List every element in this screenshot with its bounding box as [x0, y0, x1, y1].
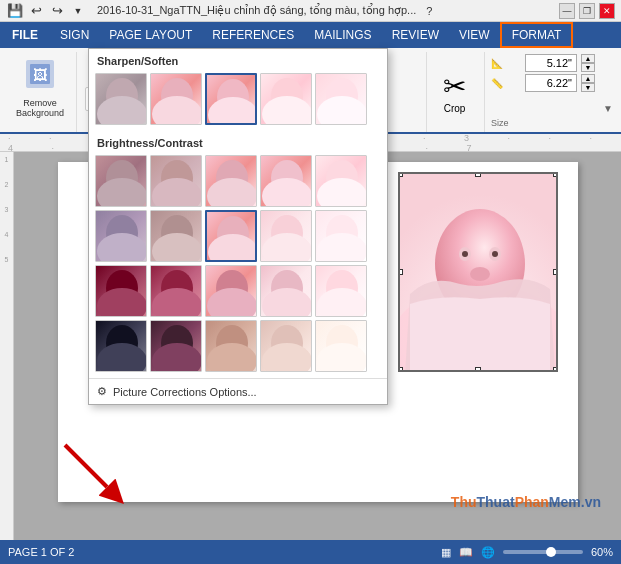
view-web-icon[interactable]: 🌐	[481, 546, 495, 559]
size-width-row: 📐 ▲ ▼	[491, 54, 595, 72]
brightness-thumb-14[interactable]	[260, 265, 312, 317]
selected-image[interactable]	[398, 172, 558, 372]
svg-point-18	[262, 96, 312, 125]
window-controls: — ❐ ✕	[559, 3, 615, 19]
handle-bl[interactable]	[398, 367, 403, 372]
size-width-input[interactable]	[525, 54, 577, 72]
svg-point-26	[207, 178, 257, 207]
brightness-thumb-19[interactable]	[260, 320, 312, 372]
menu-pagelayout[interactable]: PAGE LAYOUT	[99, 22, 202, 48]
brightness-thumb-13[interactable]	[205, 265, 257, 317]
brightness-thumb-8[interactable]	[205, 210, 257, 262]
view-normal-icon[interactable]: ▦	[441, 546, 451, 559]
brightness-thumb-2[interactable]	[150, 155, 202, 207]
brightness-thumb-9[interactable]	[260, 210, 312, 262]
brightness-thumb-20[interactable]	[315, 320, 367, 372]
menu-mailings[interactable]: MAILINGS	[304, 22, 381, 48]
svg-point-12	[97, 96, 147, 125]
handle-bm[interactable]	[475, 367, 481, 372]
brightness-thumb-4[interactable]	[260, 155, 312, 207]
width-up[interactable]: ▲	[581, 54, 595, 63]
svg-point-60	[317, 343, 367, 372]
width-down[interactable]: ▼	[581, 63, 595, 72]
undo-icon[interactable]: ↩	[27, 2, 45, 20]
svg-text:🖼: 🖼	[33, 67, 47, 83]
brightness-thumb-15[interactable]	[315, 265, 367, 317]
size-width-label: 📐	[491, 58, 521, 69]
handle-tl[interactable]	[398, 172, 403, 177]
menu-bar: FILE SIGN PAGE LAYOUT REFERENCES MAILING…	[0, 22, 621, 48]
height-down[interactable]: ▼	[581, 83, 595, 92]
menu-view[interactable]: VIEW	[449, 22, 500, 48]
sharpen-title: Sharpen/Soften	[89, 49, 387, 71]
sharpen-thumb-4[interactable]	[260, 73, 312, 125]
brightness-thumb-3[interactable]	[205, 155, 257, 207]
width-spin: ▲ ▼	[581, 54, 595, 72]
maximize-button[interactable]: ❐	[579, 3, 595, 19]
help-icon[interactable]: ?	[426, 5, 432, 17]
menu-file[interactable]: FILE	[0, 22, 50, 48]
menu-references[interactable]: REFERENCES	[202, 22, 304, 48]
sharpen-thumb-2[interactable]	[150, 73, 202, 125]
menu-sign[interactable]: SIGN	[50, 22, 99, 48]
handle-tr[interactable]	[553, 172, 558, 177]
svg-point-9	[492, 251, 498, 257]
save-icon[interactable]: 💾	[6, 2, 24, 20]
zoom-slider[interactable]	[503, 550, 583, 554]
status-bar: PAGE 1 OF 2 ▦ 📖 🌐 60%	[0, 540, 621, 564]
redo-icon[interactable]: ↪	[48, 2, 66, 20]
brightness-thumb-1[interactable]	[95, 155, 147, 207]
close-button[interactable]: ✕	[599, 3, 615, 19]
svg-point-14	[152, 96, 202, 125]
svg-point-20	[317, 96, 367, 125]
handle-br[interactable]	[553, 367, 558, 372]
zoom-level: 60%	[591, 546, 613, 558]
height-spin: ▲ ▼	[581, 74, 595, 92]
svg-point-16	[208, 97, 257, 125]
menu-review[interactable]: REVIEW	[382, 22, 449, 48]
picture-corrections-options[interactable]: ⚙ Picture Corrections Options...	[89, 378, 387, 404]
height-up[interactable]: ▲	[581, 74, 595, 83]
size-height-input[interactable]	[525, 74, 577, 92]
quick-access-toolbar: 💾 ↩ ↪ ▼	[6, 2, 87, 20]
brightness-thumb-16[interactable]	[95, 320, 147, 372]
svg-point-28	[262, 178, 312, 207]
svg-point-58	[262, 343, 312, 372]
handle-rm[interactable]	[553, 269, 558, 275]
svg-point-38	[262, 233, 312, 262]
sharpen-thumb-1[interactable]	[95, 73, 147, 125]
brightness-thumb-11[interactable]	[95, 265, 147, 317]
svg-point-52	[97, 343, 147, 372]
view-reading-icon[interactable]: 📖	[459, 546, 473, 559]
minimize-button[interactable]: —	[559, 3, 575, 19]
brightness-thumb-6[interactable]	[95, 210, 147, 262]
crop-button[interactable]: ✂ Crop	[435, 66, 474, 118]
handle-tm[interactable]	[475, 172, 481, 177]
brightness-thumb-7[interactable]	[150, 210, 202, 262]
brightness-thumb-17[interactable]	[150, 320, 202, 372]
corrections-dropdown: Sharpen/Soften Brightness/Contrast ☀	[88, 48, 388, 405]
svg-point-40	[317, 233, 367, 262]
menu-format[interactable]: FORMAT	[500, 22, 574, 48]
brightness-thumb-10[interactable]	[315, 210, 367, 262]
options-icon: ⚙	[97, 385, 107, 398]
svg-point-34	[152, 233, 202, 262]
dropdown-icon[interactable]: ▼	[69, 2, 87, 20]
svg-point-46	[207, 288, 257, 317]
options-label: Picture Corrections Options...	[113, 386, 257, 398]
svg-point-32	[97, 233, 147, 262]
size-height-label: 📏	[491, 78, 521, 89]
sharpen-thumb-5[interactable]	[315, 73, 367, 125]
brightness-thumb-5[interactable]	[315, 155, 367, 207]
handle-lm[interactable]	[398, 269, 403, 275]
brightness-thumb-12[interactable]	[150, 265, 202, 317]
brightness-thumb-18[interactable]	[205, 320, 257, 372]
removebg-label: Remove Background	[16, 98, 64, 118]
ribbon-collapse[interactable]: ▼	[603, 52, 617, 132]
sharpen-thumb-3[interactable]	[205, 73, 257, 125]
ribbon-group-size: 📐 ▲ ▼ 📏 ▲ ▼ Size	[484, 52, 601, 132]
svg-point-44	[152, 288, 202, 317]
remove-background-button[interactable]: 🖼 Remove Background	[10, 54, 70, 122]
removebg-icon: 🖼	[24, 58, 56, 96]
zoom-thumb[interactable]	[546, 547, 556, 557]
